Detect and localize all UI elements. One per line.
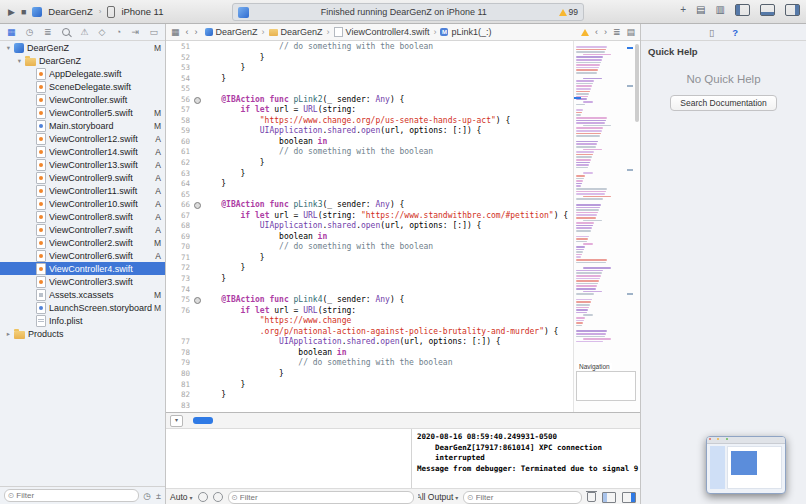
toggle-console-view-icon[interactable] — [622, 492, 636, 503]
variables-scope-popup[interactable]: Auto ▾ — [170, 492, 193, 502]
variables-filter-input[interactable] — [240, 493, 410, 502]
debug-layout-control[interactable] — [193, 417, 213, 424]
breadcrumb-item[interactable]: DearGenZ — [269, 27, 323, 37]
related-items-icon[interactable]: ▦ — [171, 27, 180, 37]
disclosure-triangle[interactable]: ▾ — [15, 57, 24, 65]
file-tree-item[interactable]: ViewController14.swiftA — [0, 145, 165, 158]
file-tree-item[interactable]: ViewController9.swiftA — [0, 171, 165, 184]
source-control-navigator-icon[interactable]: ◷ — [26, 27, 34, 37]
report-navigator-icon[interactable]: ▭ — [149, 27, 158, 37]
code-view[interactable]: 51 // do something with the boolean52 }5… — [166, 41, 573, 412]
line-number[interactable]: 55 — [166, 84, 192, 95]
file-tree-item[interactable]: ViewController11.swiftA — [0, 184, 165, 197]
console-filter-input[interactable] — [476, 493, 578, 502]
line-number[interactable]: 74 — [166, 285, 192, 296]
forward-icon[interactable]: › — [195, 27, 198, 37]
file-tree-item[interactable]: ViewController7.swiftA — [0, 223, 165, 236]
file-tree-item[interactable]: SceneDelegate.swift — [0, 80, 165, 93]
line-number[interactable]: 62 — [166, 158, 192, 169]
toggle-variables-view-icon[interactable] — [602, 492, 616, 503]
symbol-navigator-icon[interactable]: ≣ — [44, 27, 52, 37]
quick-help-inspector-icon[interactable]: ? — [732, 27, 738, 38]
file-tree-item[interactable]: AppDelegate.swift — [0, 67, 165, 80]
minimap[interactable]: Navigation — [573, 41, 640, 412]
line-number[interactable] — [166, 316, 192, 327]
source-editor[interactable]: 51 // do something with the boolean52 }5… — [166, 41, 640, 412]
search-documentation-button[interactable]: Search Documentation — [670, 95, 776, 111]
line-number[interactable]: 59 — [166, 126, 192, 137]
view-debugger-icon[interactable] — [213, 492, 223, 502]
recent-files-icon[interactable]: ◷ — [143, 491, 151, 501]
console-view[interactable]: 2020-08-16 08:59:40.249931-0500 DearGenZ… — [411, 429, 640, 504]
line-number[interactable]: 69 — [166, 232, 192, 243]
line-number[interactable]: 72 — [166, 263, 192, 274]
line-number[interactable]: 83 — [166, 401, 192, 412]
file-tree-item[interactable]: ViewController5.swiftM — [0, 106, 165, 119]
ibaction-connector[interactable] — [192, 200, 202, 211]
line-number[interactable]: 68 — [166, 221, 192, 232]
line-number[interactable]: 80 — [166, 369, 192, 380]
warning-count[interactable]: 99 — [569, 7, 578, 17]
issue-navigator-icon[interactable]: ⚠ — [80, 27, 88, 37]
screenshot-preview-thumbnail[interactable] — [706, 436, 786, 494]
warning-icon[interactable] — [559, 9, 567, 16]
line-number[interactable]: 60 — [166, 137, 192, 148]
console-filter-field[interactable]: ⊙ — [463, 491, 582, 504]
stop-button[interactable]: ■ — [21, 7, 26, 17]
line-number[interactable]: 76 — [166, 306, 192, 317]
file-tree-item[interactable]: ViewController6.swiftA — [0, 249, 165, 262]
scm-status-icon[interactable]: ± — [156, 491, 161, 501]
toggle-debug-area-icon[interactable] — [760, 4, 775, 16]
line-number[interactable]: 71 — [166, 253, 192, 264]
standard-editor-icon[interactable]: ▤ — [696, 5, 705, 15]
line-number[interactable]: 58 — [166, 116, 192, 127]
ibaction-connector[interactable] — [192, 95, 202, 106]
library-plus-icon[interactable]: + — [680, 5, 686, 15]
debug-navigator-icon[interactable]: ◔ — [116, 27, 121, 37]
line-number[interactable]: 61 — [166, 147, 192, 158]
line-number[interactable]: 64 — [166, 179, 192, 190]
console-scope-popup[interactable]: All Output ▾ — [416, 492, 458, 502]
line-number[interactable]: 81 — [166, 380, 192, 391]
memory-graph-icon[interactable] — [198, 492, 208, 502]
disclosure-triangle[interactable]: ▾ — [4, 44, 13, 52]
line-number[interactable]: 54 — [166, 74, 192, 85]
disclosure-triangle[interactable]: ▸ — [4, 330, 13, 338]
line-number[interactable]: 78 — [166, 348, 192, 359]
breadcrumb-item[interactable]: ViewController4.swift — [334, 27, 430, 37]
hide-debug-area-icon[interactable]: ▾ — [170, 415, 183, 427]
file-tree-item[interactable]: ViewController4.swift — [0, 262, 165, 275]
ibaction-connector[interactable] — [192, 295, 202, 306]
prev-issue-icon[interactable]: ‹ — [595, 27, 598, 37]
file-tree-item[interactable]: ▾DearGenZ — [0, 54, 165, 67]
line-number[interactable]: 66 — [166, 200, 192, 211]
file-tree-item[interactable]: Info.plist — [0, 314, 165, 327]
editor-scrollbar[interactable] — [635, 44, 639, 122]
test-navigator-icon[interactable]: ◇ — [99, 27, 106, 37]
line-number[interactable]: 51 — [166, 42, 192, 53]
line-number[interactable]: 67 — [166, 211, 192, 222]
device-selector[interactable]: iPhone 11 — [121, 6, 163, 17]
run-button[interactable]: ▶ — [8, 7, 15, 17]
file-tree-item[interactable]: ViewController3.swift — [0, 275, 165, 288]
filter-input[interactable] — [16, 491, 135, 500]
line-number[interactable]: 75 — [166, 295, 192, 306]
file-tree-item[interactable]: ViewController13.swiftA — [0, 158, 165, 171]
editor-options-icon[interactable]: ▤ — [626, 27, 635, 37]
file-inspector-icon[interactable]: ▯ — [709, 27, 714, 38]
breakpoint-navigator-icon[interactable]: ⇥ — [132, 27, 140, 37]
editor-area[interactable]: ▦‹› DearGenZ›DearGenZ›ViewController4.sw… — [166, 24, 640, 412]
file-tree-item[interactable]: ViewController12.swiftA — [0, 132, 165, 145]
breadcrumb-item[interactable]: DearGenZ — [205, 27, 258, 37]
variables-filter-field[interactable]: ⊙ — [228, 491, 414, 504]
line-number[interactable]: 77 — [166, 337, 192, 348]
line-number[interactable]: 57 — [166, 105, 192, 116]
back-icon[interactable]: ‹ — [186, 27, 189, 37]
line-number[interactable]: 63 — [166, 169, 192, 180]
next-issue-icon[interactable]: › — [604, 27, 607, 37]
toggle-inspector-icon[interactable] — [785, 4, 800, 16]
file-tree-item[interactable]: ViewController.swift — [0, 93, 165, 106]
clear-console-icon[interactable] — [587, 492, 596, 502]
minimap-menu-icon[interactable]: ≣ — [613, 27, 621, 37]
file-tree-item[interactable]: ▸Products — [0, 327, 165, 340]
